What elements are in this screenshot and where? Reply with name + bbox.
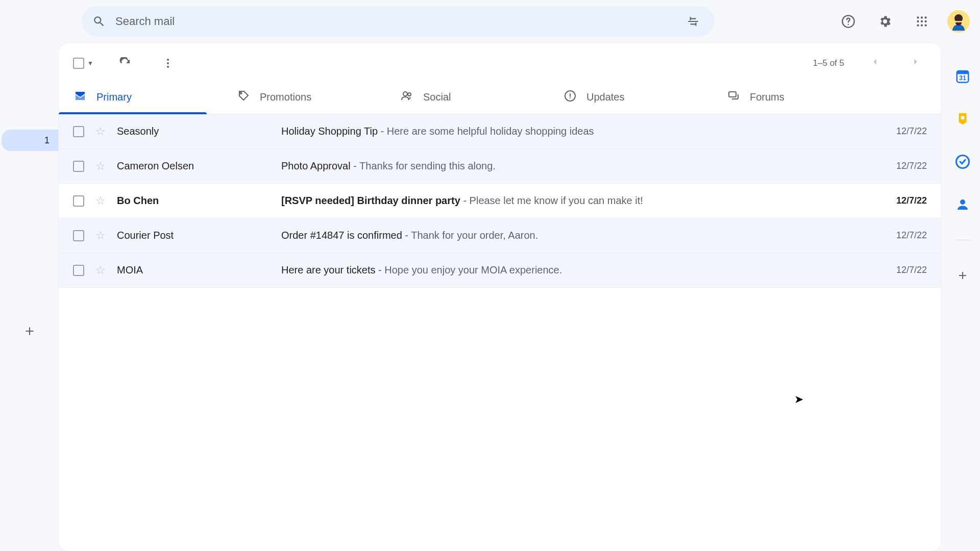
updates-icon (564, 90, 576, 105)
date: 12/7/22 (871, 230, 927, 241)
tab-social[interactable]: Social (385, 80, 549, 114)
search-area (82, 6, 715, 37)
star-icon[interactable]: ☆ (95, 229, 106, 242)
topbar (0, 0, 980, 43)
account-avatar[interactable] (947, 10, 970, 33)
inbox-unread-count: 1 (44, 135, 50, 146)
mail-row[interactable]: ☆ Cameron Oelsen Photo Approval - Thanks… (59, 149, 941, 184)
row-checkbox[interactable] (73, 161, 84, 172)
apps-grid-icon[interactable] (911, 10, 933, 33)
primary-icon (74, 90, 86, 105)
star-icon[interactable]: ☆ (95, 125, 106, 138)
date: 12/7/22 (871, 265, 927, 276)
mail-row[interactable]: ☆ MOIA Here are your tickets - Hope you … (59, 253, 941, 288)
svg-point-3 (921, 16, 923, 18)
more-actions-button[interactable] (157, 52, 179, 74)
tab-updates[interactable]: Updates (549, 80, 712, 114)
new-label-button[interactable] (23, 324, 36, 341)
refresh-button[interactable] (114, 52, 136, 74)
row-checkbox[interactable] (73, 265, 84, 276)
subject-line: Order #14847 is confirmed - Thank for yo… (281, 230, 860, 241)
pager-text: 1–5 of 5 (813, 58, 844, 68)
subject-line: Photo Approval - Thanks for sending this… (281, 160, 860, 172)
search-options-icon[interactable] (682, 10, 704, 33)
prev-page-button[interactable] (865, 56, 885, 70)
svg-point-16 (403, 92, 407, 96)
list-toolbar: ▼ 1–5 of 5 (59, 43, 941, 80)
snippet: - Thanks for sending this along. (353, 160, 496, 171)
tab-primary[interactable]: Primary (59, 80, 222, 114)
row-checkbox[interactable] (73, 126, 84, 137)
svg-point-24 (961, 116, 965, 120)
checkbox-icon (73, 58, 84, 69)
row-checkbox[interactable] (73, 230, 84, 241)
svg-point-6 (921, 20, 923, 22)
subject: [RSVP needed] Birthday dinner party (281, 195, 460, 206)
left-rail: 1 (0, 43, 59, 551)
row-checkbox[interactable] (73, 195, 84, 207)
content-panel: ▼ 1–5 of 5 Primary Promotions (59, 43, 941, 551)
category-tabs: Primary Promotions Social Updates Forums (59, 80, 941, 114)
date: 12/7/22 (871, 195, 927, 206)
nav-inbox-chip[interactable]: 1 (2, 130, 59, 151)
subject: Photo Approval (281, 160, 351, 171)
forums-icon (727, 90, 740, 105)
mail-row[interactable]: ☆ Courier Post Order #14847 is confirmed… (59, 218, 941, 253)
snippet: - Please let me know if you can make it! (463, 195, 643, 206)
social-icon (401, 90, 413, 105)
svg-point-9 (921, 24, 923, 26)
side-app-calendar[interactable]: 31 (955, 68, 970, 84)
star-icon[interactable]: ☆ (95, 194, 106, 208)
sender: Bo Chen (117, 195, 270, 207)
svg-point-2 (917, 16, 919, 18)
sender: MOIA (117, 264, 270, 276)
promotions-icon (237, 90, 250, 105)
subject: Order #14847 is confirmed (281, 230, 402, 241)
subject-line: Holiday Shopping Tip - Here are some hel… (281, 126, 860, 137)
tab-forums[interactable]: Forums (712, 80, 875, 114)
tab-promotions[interactable]: Promotions (222, 80, 385, 114)
sender: Courier Post (117, 230, 270, 241)
tab-label: Primary (96, 91, 132, 103)
svg-point-8 (917, 24, 919, 26)
svg-point-10 (924, 24, 926, 26)
side-app-tasks[interactable] (955, 154, 970, 169)
select-all-checkbox[interactable]: ▼ (73, 58, 93, 69)
sender: Cameron Oelsen (117, 160, 270, 172)
search-icon[interactable] (92, 14, 106, 29)
settings-icon[interactable] (874, 10, 896, 33)
svg-point-5 (917, 20, 919, 22)
svg-point-26 (960, 199, 965, 205)
svg-point-19 (570, 97, 571, 98)
svg-point-7 (924, 20, 926, 22)
svg-point-13 (167, 59, 169, 61)
star-icon[interactable]: ☆ (95, 160, 106, 173)
mail-row[interactable]: ☆ Bo Chen [RSVP needed] Birthday dinner … (59, 184, 941, 218)
star-icon[interactable]: ☆ (95, 264, 106, 277)
tab-label: Updates (586, 91, 625, 103)
main-row: 1 ▼ 1–5 of 5 (0, 43, 980, 551)
subject: Holiday Shopping Tip (281, 126, 378, 137)
chevron-down-icon: ▼ (87, 60, 93, 67)
help-icon[interactable] (837, 10, 860, 33)
side-app-contacts[interactable] (955, 197, 970, 212)
get-addons-button[interactable] (955, 268, 970, 283)
right-side-panel: 31 (945, 43, 980, 551)
subject-line: [RSVP needed] Birthday dinner party - Pl… (281, 195, 860, 207)
date: 12/7/22 (871, 161, 927, 171)
date: 12/7/22 (871, 126, 927, 137)
tab-label: Social (423, 91, 451, 103)
side-app-keep[interactable] (955, 111, 970, 127)
svg-point-17 (408, 93, 411, 96)
svg-text:31: 31 (959, 74, 966, 82)
subject: Here are your tickets (281, 264, 376, 276)
topbar-actions (837, 10, 970, 33)
search-input[interactable] (115, 15, 673, 28)
mail-row[interactable]: ☆ Seasonly Holiday Shopping Tip - Here a… (59, 114, 941, 149)
snippet: - Here are some helpful holiday shopping… (381, 126, 594, 137)
search-box[interactable] (82, 6, 715, 37)
next-page-button[interactable] (905, 56, 926, 70)
tab-label: Forums (750, 91, 785, 103)
svg-point-14 (167, 62, 169, 64)
svg-point-4 (924, 16, 926, 18)
